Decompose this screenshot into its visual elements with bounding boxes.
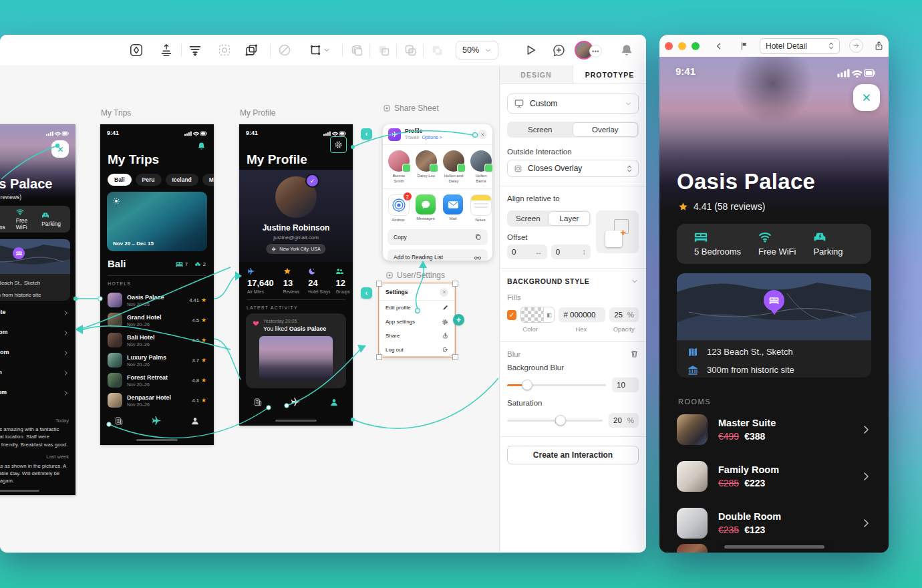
close-button[interactable] [440,288,448,297]
room-row[interactable]: Master Suite €499€388 [0,309,70,329]
opacity-input[interactable]: 25 % [609,307,639,322]
group-icon[interactable] [215,41,234,59]
copy-action[interactable]: Copy [388,229,488,245]
boolean-subtract-icon[interactable] [374,41,393,59]
notifications-bell-icon[interactable] [617,41,636,59]
preview-content[interactable]: 9:41 Oasis Palace 4.41 (58 reviews) 5 Be… [659,57,889,553]
canvas[interactable]: Hotel Detail 9:41 Oasis Palace ★ 4.41 (5… [0,65,499,552]
hotel-list-item[interactable]: Denpasar HotelNov 20–26 4.1★ [108,390,206,410]
hotel-list-item[interactable]: Bali HotelNov 20–26 4.5★ [108,330,206,350]
selection-handle[interactable] [376,354,382,360]
hotels-nav-icon[interactable] [114,416,124,426]
frame-icon[interactable] [242,41,261,59]
options-link[interactable]: Options > [422,135,442,140]
menu-item-edit-profile[interactable]: Edit profile [379,301,454,315]
background-blur-slider[interactable] [507,384,606,386]
fill-color-well[interactable]: ◧ [520,307,555,323]
boolean-difference-icon[interactable] [428,41,446,59]
forward-button[interactable] [849,39,863,53]
artboard-my-profile[interactable]: 9:41 My Profile ✓ Justine Robinson justi… [239,124,353,426]
tab-design[interactable]: DESIGN [500,65,573,84]
scale-tool-icon[interactable] [305,41,334,59]
selection-handle[interactable] [452,354,458,360]
offset-y-input[interactable]: 0↕ [551,245,591,259]
room-row[interactable]: Family Room €285€223 [0,329,70,349]
boolean-union-icon[interactable] [347,41,366,59]
app-airdrop[interactable]: 2 Airdrop [388,194,408,223]
menu-item-share[interactable]: Share [379,329,454,343]
tab-prototype[interactable]: PROTOTYPE [573,65,646,84]
menu-item-app-settings[interactable]: App settings [379,315,454,329]
color-swatch[interactable] [520,307,543,323]
minimize-window-button[interactable] [678,42,686,50]
hotels-nav-icon[interactable] [253,398,263,407]
back-hotspot-badge[interactable]: ‹ [361,287,372,299]
segment-overlay[interactable]: Overlay [573,122,639,137]
preview-play-button[interactable] [521,41,540,59]
tab-morocco[interactable]: Morocco [202,174,214,186]
mask-icon[interactable] [275,41,294,59]
trip-photo-card[interactable]: Nov 20 – Dec 15 [107,192,207,251]
app-notes[interactable]: Notes [470,194,490,223]
screen-selector-dropdown[interactable]: Hotel Detail [760,38,840,54]
close-window-button[interactable] [665,42,673,50]
settings-menu-card[interactable]: Settings Edit profile App settings Share… [379,284,454,356]
contact[interactable]: Hellen Barns [470,150,492,184]
preset-dropdown[interactable]: Custom [507,94,639,114]
selection-handle[interactable] [376,281,382,287]
map-card[interactable]: 123 Beach St., Sketch 300m from historic… [0,239,70,301]
zoom-level-dropdown[interactable]: 50% [456,41,498,59]
app-messages[interactable]: Messages [416,194,436,223]
component-label-user-settings[interactable]: User/Settings [386,271,445,280]
offset-x-input[interactable]: 0↔ [507,245,547,259]
back-icon[interactable] [714,41,724,51]
hotel-list-item[interactable]: Grand HotelNov 20–26 4.5★ [108,310,206,330]
reading-list-action[interactable]: Add to Reading List [388,249,488,261]
artboard-tool-icon[interactable] [127,41,146,59]
segment-layer[interactable]: Layer [549,211,591,226]
contact[interactable]: Daisy Lee [416,150,437,184]
artboard-label-my-profile[interactable]: My Profile [240,108,275,118]
overlay-position-widget[interactable]: + [596,210,639,253]
add-interaction-hotspot[interactable]: + [453,314,464,325]
saturation-slider[interactable] [507,420,603,422]
share-icon[interactable] [874,41,884,51]
room-row[interactable]: Twin Room €135€123 [0,369,70,389]
hotel-list-item[interactable]: Oasis PalaceNov 20–26 4.41★ [108,290,206,310]
add-comment-button[interactable] [549,41,568,59]
close-button[interactable] [51,140,69,158]
back-hotspot-badge[interactable]: ‹ [361,128,372,140]
room-row[interactable]: Master Suite €499€388 [677,412,871,447]
tab-peru[interactable]: Peru [136,174,162,186]
artboard-label-hotel-detail[interactable]: Hotel Detail [0,108,9,119]
segment-screen[interactable]: Screen [508,211,549,226]
tab-bali[interactable]: Bali [108,174,132,186]
app-mail[interactable]: Mail [443,194,463,223]
background-style-header[interactable]: BACKGROUND STYLE [507,277,639,285]
component-label-share-sheet[interactable]: Share Sheet [383,104,439,113]
gradient-toggle[interactable]: ◧ [543,307,555,323]
artboard-label-my-trips[interactable]: My Trips [101,108,131,118]
room-row[interactable]: Single Room €115€103 [0,389,70,409]
share-sheet-card[interactable]: Profile Travelr Options > Bonnie Smith D… [383,124,492,261]
insert-icon[interactable] [157,41,176,59]
room-row[interactable]: Double Room €235€123 [0,349,70,369]
close-button[interactable] [853,84,880,111]
zoom-window-button[interactable] [692,42,700,50]
outside-interaction-select[interactable]: Closes Overlay [507,160,639,177]
profile-nav-icon[interactable] [190,416,200,426]
hotel-list-item[interactable]: Forest RetreatNov 20–26 4.8★ [108,370,206,390]
saturation-value[interactable]: 20 % [609,413,639,428]
fill-checkbox[interactable]: ✓ [507,310,516,320]
boolean-intersect-icon[interactable] [401,41,420,59]
settings-gear-selected[interactable] [330,136,347,153]
collaborators-more-button[interactable]: ••• [589,45,602,57]
filters-icon[interactable] [186,41,204,59]
create-interaction-button[interactable]: Create an Interaction [507,446,639,464]
hotel-list-item[interactable]: Luxury PalmsNov 20–26 3.7★ [108,350,206,370]
map-card[interactable]: 123 Beach St., Sketch 300m from historic… [677,273,871,378]
activity-card[interactable]: Yesterday 20:05 You liked Oasis Palace [246,313,346,388]
hex-input[interactable]: # 000000 [559,307,605,322]
contact[interactable]: Hellen and Daisy [443,150,464,184]
artboard-my-trips[interactable]: 9:41 My Trips Bali Peru Iceland Morocco … [100,124,214,445]
